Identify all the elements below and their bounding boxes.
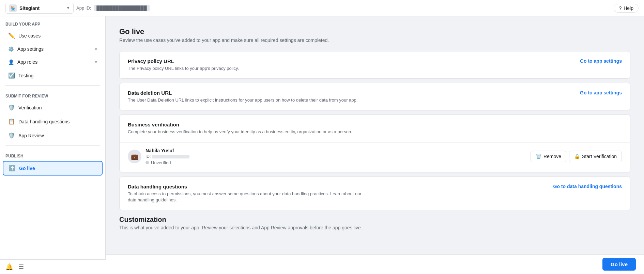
remove-icon: 🗑️ <box>536 154 541 159</box>
app-selector[interactable]: 🏪 Sitegiant ▼ <box>5 3 74 14</box>
sidebar-item-data-handling[interactable]: 📋 Data handling questions <box>3 115 103 128</box>
card-desc: The User Data Deletion URL links to expl… <box>128 97 366 103</box>
biz-avatar: 💼 <box>128 150 141 163</box>
pencil-icon: ✏️ <box>8 32 15 39</box>
sidebar-item-label: Data handling questions <box>18 119 70 124</box>
biz-info: Nabila Yusuf ID: Unverified <box>145 148 526 165</box>
start-verification-button[interactable]: 🔒 Start Verification <box>569 151 622 162</box>
go-to-app-settings-link-2[interactable]: Go to app settings <box>580 90 622 95</box>
card-title: Data deletion URL <box>128 90 580 96</box>
submit-section-label: Submit for review <box>0 88 105 101</box>
page-subtitle: Review the use cases you've added to you… <box>119 37 630 43</box>
shield-icon: 🛡️ <box>8 104 15 111</box>
sidebar-divider-2 <box>5 145 100 146</box>
customization-title: Customization <box>119 216 630 224</box>
card-row: Data handling questions To obtain access… <box>120 177 630 210</box>
data-handling-card: Data handling questions To obtain access… <box>119 177 630 210</box>
chevron-down-icon: ▼ <box>66 6 70 10</box>
card-row: Data deletion URL The User Data Deletion… <box>120 83 630 110</box>
status-text: Unverified <box>151 160 171 165</box>
sidebar-item-label: App Review <box>18 133 44 138</box>
sidebar-item-app-settings[interactable]: ⚙️ App settings ▾ <box>3 43 103 55</box>
card-text: Data handling questions To obtain access… <box>128 184 553 203</box>
app-icon: 🏪 <box>9 4 17 12</box>
clipboard-icon: 📋 <box>8 118 15 125</box>
sidebar-item-verification[interactable]: 🛡️ Verification <box>3 101 103 114</box>
help-icon: ? <box>619 5 622 11</box>
card-row: Privacy policy URL The Privacy policy UR… <box>120 51 630 78</box>
start-verification-label: Start Verification <box>582 154 617 159</box>
sidebar-divider <box>5 85 100 86</box>
data-deletion-card: Data deletion URL The User Data Deletion… <box>119 83 630 110</box>
sidebar-item-app-roles[interactable]: 👤 App roles ▾ <box>3 56 103 68</box>
help-button[interactable]: ? Help <box>614 4 639 13</box>
help-label: Help <box>624 5 633 11</box>
customization-subtitle: This is what you've added to your app. R… <box>119 225 630 230</box>
bell-icon[interactable]: 🔔 <box>5 263 13 271</box>
sidebar-item-label: Testing <box>18 73 33 78</box>
verification-icon: 🔒 <box>574 154 580 159</box>
sidebar-item-label: App roles <box>17 59 37 65</box>
sidebar-item-label: Verification <box>18 105 42 110</box>
chevron-down-icon: ▾ <box>95 47 97 51</box>
checkbox-icon: ☑️ <box>8 72 15 79</box>
biz-actions: 🗑️ Remove 🔒 Start Verification <box>531 151 622 162</box>
app-name: Sitegiant <box>19 5 64 11</box>
go-to-app-settings-link-1[interactable]: Go to app settings <box>580 58 622 64</box>
card-desc: Complete your business verification to h… <box>128 129 366 135</box>
sidebar-item-label: Use cases <box>18 33 41 39</box>
list-icon[interactable]: ☰ <box>18 263 24 271</box>
status-dot-icon <box>145 161 149 164</box>
build-section-label: Build your app <box>0 16 105 29</box>
sidebar-item-left: ⚙️ App settings <box>8 46 44 52</box>
shield-icon: 🛡️ <box>8 132 15 139</box>
chevron-down-icon: ▾ <box>95 60 97 64</box>
card-text: Data deletion URL The User Data Deletion… <box>128 90 580 103</box>
app-id-value: ████████████████ <box>94 5 149 11</box>
remove-button[interactable]: 🗑️ Remove <box>531 151 566 162</box>
bottom-action-bar: Go live <box>106 254 644 274</box>
biz-name: Nabila Yusuf <box>145 148 526 153</box>
card-desc: To obtain access to permissions, you mus… <box>128 191 366 203</box>
go-to-data-handling-link[interactable]: Go to data handling questions <box>553 184 622 189</box>
card-title: Privacy policy URL <box>128 58 580 64</box>
go-live-button[interactable]: Go live <box>602 258 636 271</box>
sidebar-item-testing[interactable]: ☑️ Testing <box>3 69 103 82</box>
layout: Build your app ✏️ Use cases ⚙️ App setti… <box>0 16 644 274</box>
card-top: Business verification Complete your busi… <box>120 115 630 142</box>
sidebar-item-use-cases[interactable]: ✏️ Use cases <box>3 29 103 42</box>
biz-id-redacted <box>152 155 189 158</box>
remove-label: Remove <box>543 154 561 159</box>
sidebar: Build your app ✏️ Use cases ⚙️ App setti… <box>0 16 106 274</box>
sidebar-bottom-bar: 🔔 ☰ <box>0 259 106 274</box>
card-title: Business verification <box>128 122 622 127</box>
app-id-label: App ID: <box>76 5 91 11</box>
main-content: Go live Review the use cases you've adde… <box>106 16 644 274</box>
sidebar-item-left: 👤 App roles <box>8 59 37 65</box>
business-row: 💼 Nabila Yusuf ID: Unverified 🗑️ Remove <box>120 142 630 172</box>
biz-id: ID: <box>145 154 526 159</box>
card-desc: The Privacy policy URL links to your app… <box>128 65 366 72</box>
sidebar-item-label: Go live <box>19 166 35 171</box>
gear-icon: ⚙️ <box>8 46 14 52</box>
top-header: 🏪 Sitegiant ▼ App ID: ████████████████ ?… <box>0 0 644 16</box>
publish-section-label: Publish <box>0 148 105 161</box>
person-icon: 👤 <box>8 59 14 65</box>
privacy-policy-card: Privacy policy URL The Privacy policy UR… <box>119 51 630 79</box>
sidebar-item-app-review[interactable]: 🛡️ App Review <box>3 129 103 142</box>
upload-icon: ⬆️ <box>9 165 16 171</box>
business-verification-card: Business verification Complete your busi… <box>119 115 630 172</box>
card-title: Data handling questions <box>128 184 553 189</box>
sidebar-item-go-live[interactable]: ⬆️ Go live <box>3 161 103 176</box>
biz-status: Unverified <box>145 160 526 165</box>
sidebar-item-label: App settings <box>17 46 44 52</box>
header-left: 🏪 Sitegiant ▼ App ID: ████████████████ <box>5 3 150 14</box>
page-title: Go live <box>119 27 630 36</box>
card-text: Privacy policy URL The Privacy policy UR… <box>128 58 580 72</box>
